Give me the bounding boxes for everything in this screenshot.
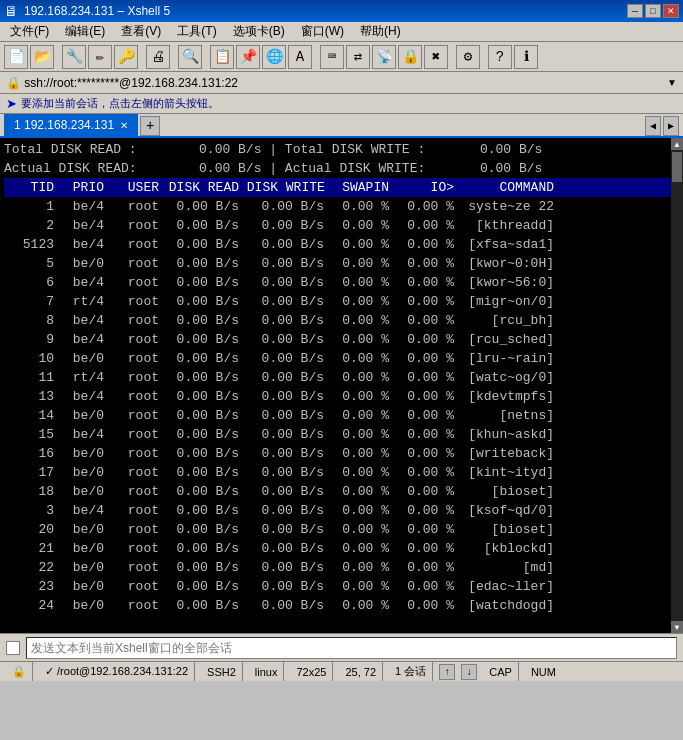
table-row: 3 be/4 root 0.00 B/s 0.00 B/s 0.00 % 0.0…	[4, 501, 679, 520]
menu-file[interactable]: 文件(F)	[2, 21, 57, 42]
title-bar: 🖥 192.168.234.131 – Xshell 5 ─ □ ✕	[0, 0, 683, 22]
maximize-button[interactable]: □	[645, 4, 661, 18]
open-button[interactable]: 📂	[30, 45, 54, 69]
scroll-track[interactable]	[671, 150, 683, 621]
tab-label: 1 192.168.234.131	[14, 118, 114, 132]
table-row: 11 rt/4 root 0.00 B/s 0.00 B/s 0.00 % 0.…	[4, 368, 679, 387]
disk-read-actual-line: Actual DISK READ: 0.00 B/s | Actual DISK…	[4, 159, 679, 178]
table-row: 7 rt/4 root 0.00 B/s 0.00 B/s 0.00 % 0.0…	[4, 292, 679, 311]
column-headers: TID PRIO USER DISK READ DISK WRITE SWAPI…	[4, 178, 679, 197]
status-path: ✓ /root@192.168.234.131:22	[39, 662, 195, 681]
window-controls: ─ □ ✕	[627, 4, 679, 18]
table-row: 15 be/4 root 0.00 B/s 0.00 B/s 0.00 % 0.…	[4, 425, 679, 444]
new-session-button[interactable]: 📄	[4, 45, 28, 69]
find-button[interactable]: 🔍	[178, 45, 202, 69]
send-all-checkbox[interactable]	[6, 641, 20, 655]
disconnect-button[interactable]: ✖	[424, 45, 448, 69]
menu-edit[interactable]: 编辑(E)	[57, 21, 113, 42]
about-button[interactable]: ℹ	[514, 45, 538, 69]
menu-window[interactable]: 窗口(W)	[293, 21, 352, 42]
tab-close-button[interactable]: ✕	[120, 120, 128, 131]
table-row: 5123 be/4 root 0.00 B/s 0.00 B/s 0.00 % …	[4, 235, 679, 254]
scroll-down-status-button[interactable]: ↓	[461, 664, 477, 680]
compose-button[interactable]: ⌨	[320, 45, 344, 69]
address-label: 🔒 ssh://root:*********@192.168.234.131:2…	[6, 76, 238, 90]
toolbar: 📄 📂 🔧 ✏ 🔑 🖨 🔍 📋 📌 🌐 A ⌨ ⇄ 📡 🔒 ✖ ⚙ ? ℹ	[0, 42, 683, 72]
copy-button[interactable]: 📋	[210, 45, 234, 69]
window-title: 192.168.234.131 – Xshell 5	[24, 4, 170, 18]
table-row: 24 be/0 root 0.00 B/s 0.00 B/s 0.00 % 0.…	[4, 596, 679, 615]
key-button[interactable]: 🔑	[114, 45, 138, 69]
table-row: 23 be/0 root 0.00 B/s 0.00 B/s 0.00 % 0.…	[4, 577, 679, 596]
transfer-button[interactable]: ⇄	[346, 45, 370, 69]
paste-button[interactable]: 📌	[236, 45, 260, 69]
print-button[interactable]: 🖨	[146, 45, 170, 69]
connect-button[interactable]: 🌐	[262, 45, 286, 69]
input-bar	[0, 633, 683, 661]
scroll-down-button[interactable]: ▼	[671, 621, 683, 633]
table-row: 16 be/0 root 0.00 B/s 0.00 B/s 0.00 % 0.…	[4, 444, 679, 463]
menu-view[interactable]: 查看(V)	[113, 21, 169, 42]
menu-bar: 文件(F) 编辑(E) 查看(V) 工具(T) 选项卡(B) 窗口(W) 帮助(…	[0, 22, 683, 42]
hint-bar: ➤ 要添加当前会话，点击左侧的箭头按钮。	[0, 94, 683, 114]
address-dropdown[interactable]: ▼	[667, 77, 677, 88]
hint-text: 要添加当前会话，点击左侧的箭头按钮。	[21, 96, 219, 111]
sftp-button[interactable]: 📡	[372, 45, 396, 69]
font-button[interactable]: A	[288, 45, 312, 69]
terminal[interactable]: Total DISK READ : 0.00 B/s | Total DISK …	[0, 138, 683, 633]
table-row: 6 be/4 root 0.00 B/s 0.00 B/s 0.00 % 0.0…	[4, 273, 679, 292]
scroll-thumb[interactable]	[672, 152, 682, 182]
status-bar: 🔒 ✓ /root@192.168.234.131:22 SSH2 linux …	[0, 661, 683, 681]
scroll-up-button[interactable]: ▲	[671, 138, 683, 150]
table-row: 5 be/0 root 0.00 B/s 0.00 B/s 0.00 % 0.0…	[4, 254, 679, 273]
tab-bar: 1 192.168.234.131 ✕ + ◀ ▶	[0, 114, 683, 138]
table-row: 9 be/4 root 0.00 B/s 0.00 B/s 0.00 % 0.0…	[4, 330, 679, 349]
close-button[interactable]: ✕	[663, 4, 679, 18]
table-row: 21 be/0 root 0.00 B/s 0.00 B/s 0.00 % 0.…	[4, 539, 679, 558]
table-rows: 1 be/4 root 0.00 B/s 0.00 B/s 0.00 % 0.0…	[4, 197, 679, 615]
address-bar: 🔒 ssh://root:*********@192.168.234.131:2…	[0, 72, 683, 94]
tab-next-button[interactable]: ▶	[663, 116, 679, 136]
table-row: 8 be/4 root 0.00 B/s 0.00 B/s 0.00 % 0.0…	[4, 311, 679, 330]
options-button[interactable]: ⚙	[456, 45, 480, 69]
status-num: NUM	[525, 662, 562, 681]
table-row: 22 be/0 root 0.00 B/s 0.00 B/s 0.00 % 0.…	[4, 558, 679, 577]
tab-navigation: ◀ ▶	[645, 116, 679, 136]
disk-read-total-line: Total DISK READ : 0.00 B/s | Total DISK …	[4, 140, 679, 159]
status-protocol: SSH2	[201, 662, 243, 681]
scroll-up-status-button[interactable]: ↑	[439, 664, 455, 680]
hint-arrow-icon: ➤	[6, 96, 17, 111]
minimize-button[interactable]: ─	[627, 4, 643, 18]
table-row: 13 be/4 root 0.00 B/s 0.00 B/s 0.00 % 0.…	[4, 387, 679, 406]
table-row: 14 be/0 root 0.00 B/s 0.00 B/s 0.00 % 0.…	[4, 406, 679, 425]
menu-tools[interactable]: 工具(T)	[169, 21, 224, 42]
table-row: 18 be/0 root 0.00 B/s 0.00 B/s 0.00 % 0.…	[4, 482, 679, 501]
status-position: 25, 72	[339, 662, 383, 681]
properties-button[interactable]: 🔧	[62, 45, 86, 69]
app-icon: 🖥	[4, 3, 18, 19]
help-button[interactable]: ?	[488, 45, 512, 69]
new-tab-button[interactable]: +	[140, 116, 160, 136]
scrollbar[interactable]: ▲ ▼	[671, 138, 683, 633]
status-os: linux	[249, 662, 285, 681]
table-row: 10 be/0 root 0.00 B/s 0.00 B/s 0.00 % 0.…	[4, 349, 679, 368]
status-terminal: 72x25	[290, 662, 333, 681]
title-text: 🖥 192.168.234.131 – Xshell 5	[4, 3, 170, 19]
table-row: 20 be/0 root 0.00 B/s 0.00 B/s 0.00 % 0.…	[4, 520, 679, 539]
tab-session-1[interactable]: 1 192.168.234.131 ✕	[4, 114, 138, 136]
status-sessions: 1 会话	[389, 662, 433, 681]
terminal-content: Total DISK READ : 0.00 B/s | Total DISK …	[4, 140, 679, 631]
lock-button[interactable]: 🔒	[398, 45, 422, 69]
edit-button[interactable]: ✏	[88, 45, 112, 69]
menu-tabs[interactable]: 选项卡(B)	[225, 21, 293, 42]
table-row: 2 be/4 root 0.00 B/s 0.00 B/s 0.00 % 0.0…	[4, 216, 679, 235]
menu-help[interactable]: 帮助(H)	[352, 21, 409, 42]
send-input[interactable]	[26, 637, 677, 659]
status-caps: CAP	[483, 662, 519, 681]
status-lock-icon: 🔒	[6, 662, 33, 681]
table-row: 17 be/0 root 0.00 B/s 0.00 B/s 0.00 % 0.…	[4, 463, 679, 482]
tab-prev-button[interactable]: ◀	[645, 116, 661, 136]
table-row: 1 be/4 root 0.00 B/s 0.00 B/s 0.00 % 0.0…	[4, 197, 679, 216]
